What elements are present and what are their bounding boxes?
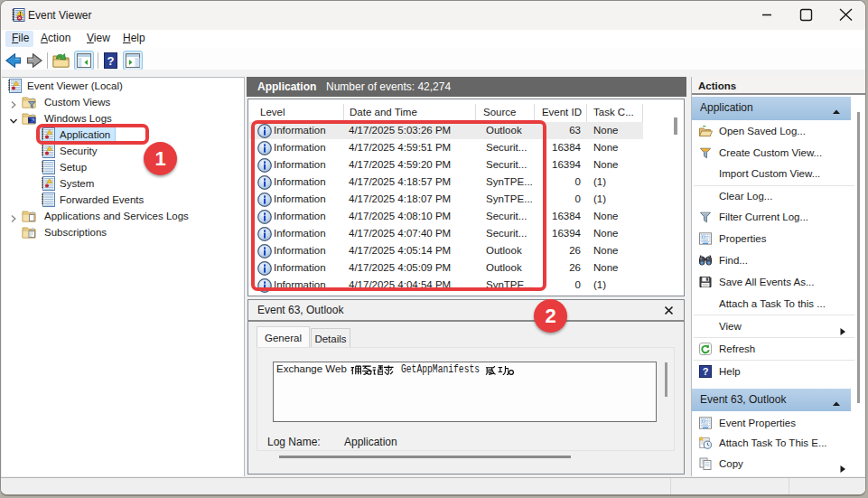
svg-text:?: ? <box>107 54 115 68</box>
svg-text:?: ? <box>703 366 709 377</box>
